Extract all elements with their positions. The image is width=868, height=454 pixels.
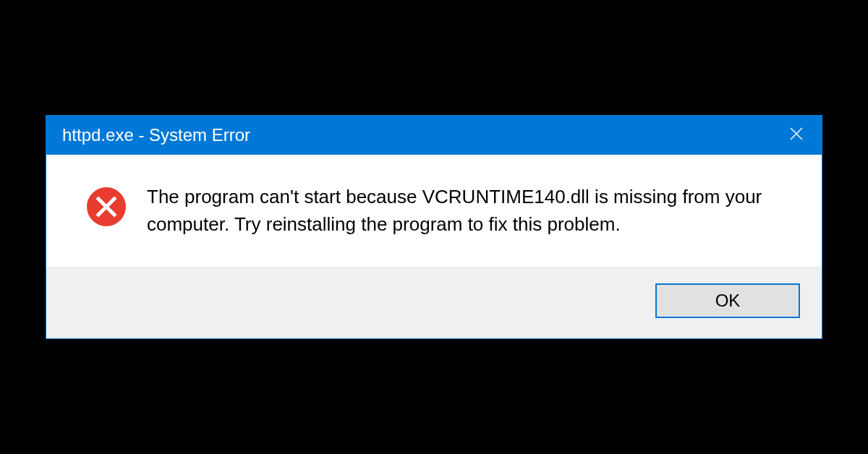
error-icon	[86, 187, 127, 227]
system-error-dialog: httpd.exe - System Error The program can…	[46, 115, 822, 339]
ok-button[interactable]: OK	[655, 283, 800, 318]
close-icon	[789, 127, 804, 144]
dialog-title: httpd.exe - System Error	[62, 125, 250, 145]
error-message: The program can't start because VCRUNTIM…	[147, 184, 793, 238]
dialog-body: The program can't start because VCRUNTIM…	[46, 155, 822, 267]
close-button[interactable]	[771, 116, 822, 155]
titlebar: httpd.exe - System Error	[46, 116, 822, 155]
button-bar: OK	[46, 267, 822, 338]
